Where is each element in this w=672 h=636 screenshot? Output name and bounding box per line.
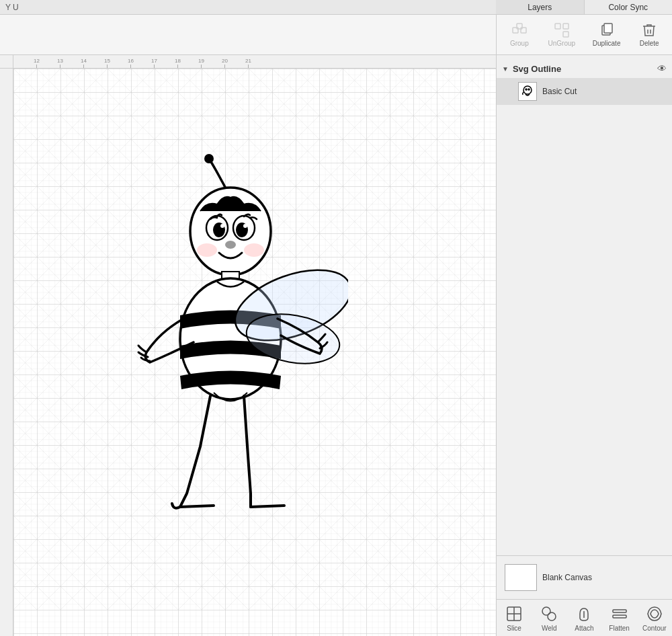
group-icon	[511, 22, 528, 38]
ruler-tick-12: 12	[34, 58, 40, 68]
canvas-drawing[interactable]	[13, 69, 496, 636]
ruler-left	[0, 69, 13, 636]
duplicate-label: Duplicate	[593, 40, 621, 47]
ruler-corner	[0, 55, 13, 69]
top-bar-left: Y U	[0, 0, 496, 14]
blank-canvas-thumbnail	[505, 564, 537, 591]
bee-illustration[interactable]	[113, 144, 348, 561]
ruler-tick-19: 19	[198, 58, 204, 68]
ruler-tick-21: 21	[245, 58, 251, 68]
visibility-toggle-icon[interactable]: 👁	[657, 63, 667, 74]
ruler-tick-18: 18	[175, 58, 181, 68]
weld-icon	[540, 604, 558, 623]
panel-actions: Slice Weld	[497, 599, 672, 636]
top-bar: Y U Layers Color Sync	[0, 0, 672, 15]
contour-label: Contour	[642, 625, 667, 632]
weld-button[interactable]: Weld	[536, 604, 562, 632]
delete-button[interactable]: Delete	[632, 19, 666, 50]
canvas-area[interactable]: 12 13 14 15 16 17 18 19 20 21	[0, 55, 496, 636]
coord-display: Y U	[5, 3, 19, 12]
weld-label: Weld	[542, 625, 557, 632]
ruler-top: 12 13 14 15 16 17 18 19 20 21	[13, 55, 496, 69]
svg-point-930	[204, 154, 214, 163]
svg-rect-954	[613, 610, 626, 612]
svg-rect-4	[563, 32, 569, 37]
panel-toolbar: Group UnGroup	[496, 15, 672, 54]
canvas-toolbar	[0, 15, 496, 54]
duplicate-icon	[599, 22, 615, 38]
ungroup-icon	[554, 22, 570, 38]
ruler-tick-13: 13	[57, 58, 63, 68]
tab-layers[interactable]: Layers	[496, 0, 585, 14]
contour-icon	[645, 604, 664, 623]
svg-point-937	[243, 224, 247, 228]
attach-button[interactable]: Attach	[571, 604, 597, 632]
delete-icon	[641, 22, 657, 38]
group-label: Group	[510, 40, 529, 47]
svg-rect-5	[563, 24, 569, 29]
slice-button[interactable]: Slice	[501, 604, 528, 632]
flatten-button[interactable]: Flatten	[606, 604, 633, 632]
layer-group-svg-outline: ▼ Svg Outline 👁	[497, 61, 672, 105]
layer-group-header[interactable]: ▼ Svg Outline 👁	[497, 61, 672, 77]
svg-point-952	[548, 612, 556, 621]
svg-point-938	[225, 241, 236, 249]
flatten-label: Flatten	[609, 625, 630, 632]
attach-label: Attach	[575, 625, 593, 632]
svg-point-947	[528, 89, 530, 90]
tab-color-sync[interactable]: Color Sync	[585, 0, 673, 14]
layers-panel-area: ▼ Svg Outline 👁	[496, 55, 672, 636]
attach-icon	[575, 604, 593, 623]
ruler-tick-20: 20	[222, 58, 228, 68]
panel-bottom: Blank Canvas	[497, 555, 672, 599]
svg-point-940	[244, 243, 264, 257]
svg-rect-7	[604, 24, 612, 33]
blank-canvas-item[interactable]: Blank Canvas	[502, 561, 667, 594]
app-container: Y U Layers Color Sync Group	[0, 0, 672, 636]
layer-item-basic-cut[interactable]: Basic Cut	[497, 78, 672, 105]
ungroup-label: UnGroup	[548, 40, 576, 47]
svg-point-939	[197, 243, 217, 257]
svg-point-936	[220, 224, 224, 228]
delete-label: Delete	[640, 40, 659, 47]
top-bar-right: Layers Color Sync	[496, 0, 672, 14]
duplicate-button[interactable]: Duplicate	[587, 19, 626, 50]
svg-point-946	[526, 89, 527, 90]
slice-icon	[505, 604, 523, 623]
contour-button[interactable]: Contour	[641, 604, 668, 632]
ruler-tick-15: 15	[104, 58, 110, 68]
ungroup-button[interactable]: UnGroup	[543, 19, 581, 50]
layer-item-name: Basic Cut	[542, 87, 577, 96]
layers-panel: ▼ Svg Outline 👁	[497, 55, 672, 555]
layer-thumbnail	[518, 82, 537, 101]
flatten-icon	[610, 604, 629, 623]
blank-canvas-label: Blank Canvas	[542, 573, 592, 582]
group-button[interactable]: Group	[503, 19, 536, 50]
toolbar-row: Group UnGroup	[0, 15, 672, 55]
svg-point-945	[523, 86, 532, 94]
svg-rect-3	[555, 24, 560, 29]
slice-label: Slice	[507, 625, 521, 632]
ruler-tick-16: 16	[128, 58, 134, 68]
main-content: 12 13 14 15 16 17 18 19 20 21	[0, 55, 672, 636]
ruler-tick-14: 14	[81, 58, 87, 68]
chevron-down-icon: ▼	[502, 65, 509, 73]
svg-rect-955	[613, 615, 626, 618]
layer-group-name: Svg Outline	[513, 64, 653, 74]
ruler-tick-17: 17	[151, 58, 157, 68]
